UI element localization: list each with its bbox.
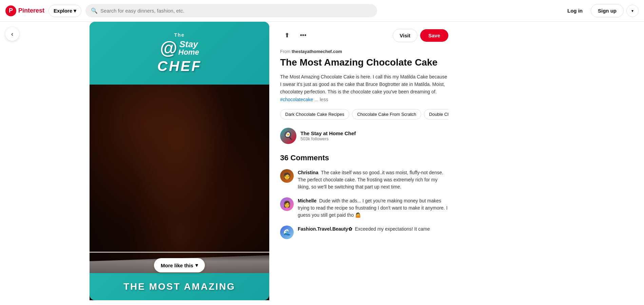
share-button[interactable]: ⬆ (280, 29, 294, 42)
from-label: From (280, 49, 290, 54)
logo-area: P Pinterest (5, 5, 44, 16)
image-cake-body (90, 85, 269, 273)
description-text: The Most Amazing Chocolate Cake is here.… (280, 74, 447, 95)
less-link[interactable]: ... less (314, 97, 328, 102)
back-arrow-icon: ‹ (11, 31, 13, 38)
more-options-icon: ••• (300, 32, 307, 39)
explore-chevron-icon: ▾ (74, 8, 76, 14)
comment-text-fashion: Exceeded my expectations! It came (355, 226, 430, 232)
back-button[interactable]: ‹ (5, 27, 19, 41)
share-icon: ⬆ (285, 32, 290, 39)
comment-author-fashion: Fashion.Travel.Beauty✿ (298, 226, 352, 232)
author-name[interactable]: The Stay at Home Chef (300, 130, 448, 136)
chef-stay-text: Stay (178, 40, 199, 49)
header-right: Log in Sign up ▾ (562, 4, 639, 17)
pin-description: The Most Amazing Chocolate Cake is here.… (280, 73, 448, 104)
comments-section: 36 Comments 🧑 Christina The cake itself … (280, 154, 448, 239)
comment-author-michelle: Michelle (298, 198, 316, 203)
comment-text-michelle: Dude with the ads... I get you're making… (298, 198, 448, 218)
comment-item: 🧑 Christina The cake itself was so good.… (280, 169, 448, 191)
login-button[interactable]: Log in (562, 4, 588, 17)
tag-from-scratch[interactable]: Chocolate Cake From Scratch (352, 109, 421, 120)
dropdown-chevron-icon: ▾ (631, 8, 633, 13)
chef-chef-text: CHEF (157, 58, 201, 74)
hashtag-link[interactable]: #chocolatecake (280, 97, 313, 102)
from-source: From thestayathomechef.com (280, 49, 448, 54)
save-button[interactable]: Save (420, 29, 448, 42)
pinterest-logo-icon[interactable]: P (5, 5, 16, 16)
comment-avatar-christina: 🧑 (280, 169, 294, 183)
author-row: 🍳 The Stay at Home Chef 503k followers (280, 128, 448, 144)
main-content: The @ Stay Home CHEF (0, 22, 644, 305)
signup-button[interactable]: Sign up (591, 4, 624, 17)
logo-text: Pinterest (18, 7, 44, 14)
cake-texture (90, 85, 269, 273)
more-like-this-button[interactable]: More like this ▾ (154, 258, 205, 272)
avatar-icon: 🍳 (283, 131, 293, 141)
comment-body-michelle: Michelle Dude with the ads... I get you'… (298, 197, 448, 219)
more-like-label: More like this (161, 263, 193, 268)
tag-double-choco[interactable]: Double Choco (424, 109, 448, 120)
search-bar: 🔍 (85, 4, 377, 17)
image-teal-top: The @ Stay Home CHEF (90, 22, 269, 85)
image-panel: The @ Stay Home CHEF (90, 22, 269, 305)
author-avatar: 🍳 (280, 128, 296, 144)
chef-logo-top-text: The (157, 32, 201, 38)
image-bottom-text: THE MOST AMAZING (123, 281, 235, 292)
chef-home-text: Home (178, 49, 199, 56)
header: P Pinterest Explore ▾ 🔍 Log in Sign up ▾ (0, 0, 644, 22)
more-options-button[interactable]: ••• (296, 29, 310, 42)
comment-item: 🌊 Fashion.Travel.Beauty✿ Exceeded my exp… (280, 226, 448, 239)
frosting-line (90, 252, 269, 253)
image-bottom-strip: THE MOST AMAZING (90, 273, 269, 300)
search-input[interactable] (100, 8, 372, 14)
author-followers: 503k followers (300, 136, 448, 141)
source-link[interactable]: thestayathomechef.com (292, 49, 342, 54)
search-icon: 🔍 (91, 7, 98, 14)
chef-at-symbol: @ (160, 38, 177, 58)
visit-button[interactable]: Visit (393, 29, 417, 42)
detail-actions-top: ⬆ ••• Visit Save (280, 29, 448, 42)
tag-dark-chocolate[interactable]: Dark Chocolate Cake Recipes (280, 109, 349, 120)
explore-button[interactable]: Explore ▾ (48, 5, 81, 17)
comments-title: 36 Comments (280, 154, 448, 162)
comment-avatar-fashion: 🌊 (280, 226, 294, 239)
tags-row: Dark Chocolate Cake Recipes Chocolate Ca… (280, 109, 448, 120)
pin-title: The Most Amazing Chocolate Cake (280, 57, 448, 68)
comment-body-fashion: Fashion.Travel.Beauty✿ Exceeded my expec… (298, 226, 448, 239)
detail-panel: ⬆ ••• Visit Save From thestayathomechef.… (269, 22, 459, 305)
comment-avatar-michelle: 👩 (280, 197, 294, 211)
comment-author-christina: Christina (298, 170, 318, 175)
explore-label: Explore (54, 8, 72, 14)
author-info: The Stay at Home Chef 503k followers (300, 130, 448, 141)
comment-item: 👩 Michelle Dude with the ads... I get yo… (280, 197, 448, 219)
comment-body-christina: Christina The cake itself was so good..i… (298, 169, 448, 191)
more-like-chevron-icon: ▾ (195, 262, 198, 268)
header-dropdown-button[interactable]: ▾ (626, 5, 639, 17)
comment-text-christina: The cake itself was so good..it was mois… (298, 170, 443, 190)
